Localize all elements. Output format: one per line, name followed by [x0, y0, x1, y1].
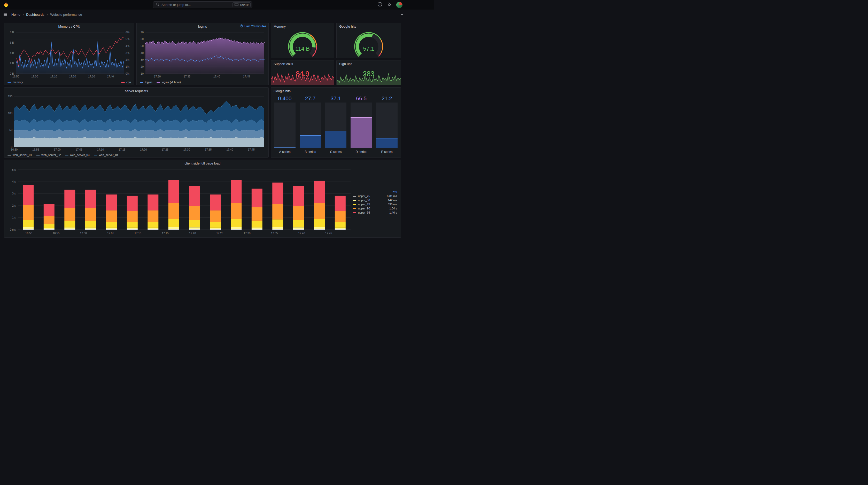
logins-svg: 1020304050607017:3017:3517:4017:45 [139, 30, 267, 79]
legend-item-upper_25[interactable]: upper_256.81 ms [352, 194, 397, 198]
svg-text:17:35: 17:35 [184, 75, 190, 78]
svg-text:0 B: 0 B [10, 72, 14, 75]
bar-gauge-track [350, 102, 372, 148]
svg-text:50: 50 [9, 128, 12, 131]
panel-title[interactable]: logins [198, 25, 207, 28]
time-range-label[interactable]: Last 20 minutes [240, 23, 266, 30]
svg-text:2%: 2% [126, 58, 129, 61]
svg-text:16:55: 16:55 [32, 148, 39, 151]
svg-text:4 s: 4 s [12, 180, 16, 183]
svg-text:17:10: 17:10 [51, 75, 57, 78]
chevron-up-icon[interactable] [400, 12, 404, 17]
breadcrumb-home[interactable]: Home [11, 13, 21, 17]
panel-sign-ups: Sign ups 283 [336, 60, 401, 85]
search-placeholder: Search or jump to... [161, 3, 230, 7]
grafana-logo-icon[interactable] [3, 2, 9, 8]
sign-ups-sparkline: 283 [337, 67, 401, 85]
legend-item-cpu[interactable]: cpu [121, 80, 131, 84]
svg-text:17:45: 17:45 [325, 232, 332, 235]
svg-text:17:35: 17:35 [205, 148, 212, 151]
top-nav: Search or jump to... cmd+k ? [0, 0, 434, 9]
page-load-legend: avgupper_256.81 msupper_50142 msupper_75… [352, 167, 399, 237]
panel-page-load: client side full page load 0 ms1 s2 s3 s… [4, 160, 401, 237]
user-avatar[interactable] [396, 2, 402, 8]
svg-text:17:15: 17:15 [119, 148, 125, 151]
panel-server-requests: server requests 05010015016:5016:5517:00… [4, 87, 269, 158]
server-requests-chart[interactable]: 05010015016:5016:5517:0017:0517:1017:151… [4, 94, 269, 153]
svg-text:0 ms: 0 ms [10, 228, 16, 231]
legend-item-upper_90[interactable]: upper_901.04 s [352, 207, 397, 210]
legend-swatch [94, 155, 97, 156]
bar-gauge-track [300, 102, 321, 148]
panel-title[interactable]: Memory / CPU [58, 25, 80, 28]
legend-item-logins (-1 hour)[interactable]: logins (-1 hour) [157, 80, 181, 84]
server-requests-svg: 05010015016:5016:5517:0017:0517:1017:151… [6, 94, 267, 152]
svg-text:5%: 5% [126, 37, 129, 40]
svg-text:17:05: 17:05 [76, 148, 83, 151]
svg-text:?: ? [379, 3, 380, 6]
svg-text:100: 100 [8, 111, 12, 115]
svg-text:17:30: 17:30 [183, 148, 190, 151]
svg-text:17:40: 17:40 [107, 75, 114, 78]
svg-text:16:50: 16:50 [11, 148, 18, 151]
legend-item-upper_50[interactable]: upper_50142 ms [352, 199, 397, 202]
svg-text:17:00: 17:00 [80, 232, 87, 235]
svg-text:10: 10 [141, 72, 144, 75]
panel-title[interactable]: Sign ups [339, 62, 352, 66]
bar-gauge-track [274, 102, 296, 148]
page-load-svg: 0 ms1 s2 s3 s4 s5 s16:5016:5517:0017:051… [6, 167, 352, 236]
panel-google-hits-gauge: Google hits 57.1 [336, 23, 401, 58]
panel-title[interactable]: Support calls [274, 62, 293, 66]
panel-memory-gauge: Memory 114 B [271, 23, 334, 58]
legend-swatch [352, 204, 356, 205]
svg-text:6%: 6% [126, 31, 129, 34]
svg-text:30: 30 [141, 58, 144, 61]
google-hits-gauge-svg: 57.1 [344, 30, 393, 58]
panel-logins: logins Last 20 minutes 1020304050607017:… [136, 23, 269, 85]
panel-title[interactable]: Memory [274, 25, 286, 28]
svg-text:40: 40 [141, 52, 144, 55]
logins-chart[interactable]: 1020304050607017:3017:3517:4017:45 [137, 30, 269, 80]
legend-item-web_server_01[interactable]: web_server_01 [7, 153, 32, 157]
keyboard-icon [235, 3, 239, 6]
google-hits-bar-gauges: 0.400A-series27.7B-series37.1C-series66.… [271, 94, 401, 157]
legend-item-upper_95[interactable]: upper_951.46 s [352, 211, 397, 214]
legend-item-upper_75[interactable]: upper_75535 ms [352, 203, 397, 206]
breadcrumb-bar: Home › Dashboards › Website performance [0, 9, 434, 20]
support-calls-sparkline: 84.9 [271, 67, 334, 85]
rss-news-icon[interactable] [387, 2, 392, 8]
memory-cpu-chart[interactable]: 0%1%2%3%4%5%6%0 B2 B4 B6 B8 B16:5017:001… [4, 30, 134, 80]
panel-title[interactable]: client side full page load [185, 161, 221, 165]
bar-gauge-track [325, 102, 347, 148]
legend-item-logins[interactable]: logins [140, 80, 152, 84]
svg-text:17:00: 17:00 [54, 148, 60, 151]
legend-item-web_server_04[interactable]: web_server_04 [94, 153, 118, 157]
panel-memory-cpu: Memory / CPU 0%1%2%3%4%5%6%0 B2 B4 B6 B8… [4, 23, 134, 85]
panel-support-calls: Support calls 84.9 [271, 60, 334, 85]
keyboard-shortcut: cmd+k [232, 2, 251, 7]
panel-title[interactable]: server requests [125, 89, 148, 93]
help-icon[interactable]: ? [377, 2, 382, 8]
bar-gauge-label: E-series [376, 148, 398, 156]
legend-item-web_server_03[interactable]: web_server_03 [65, 153, 89, 157]
legend-item-web_server_02[interactable]: web_server_02 [36, 153, 61, 157]
svg-text:0%: 0% [126, 72, 129, 75]
legend-swatch [7, 155, 11, 156]
breadcrumb-dashboards[interactable]: Dashboards [26, 13, 44, 17]
bar-gauge-D-series: 66.5D-series [350, 95, 373, 156]
menu-icon[interactable] [3, 12, 8, 17]
legend-swatch [36, 155, 40, 156]
legend-item-memory[interactable]: memory [7, 80, 23, 84]
bar-gauge-track [376, 102, 398, 148]
svg-text:17:15: 17:15 [162, 232, 168, 235]
legend-swatch [65, 155, 68, 156]
panel-title[interactable]: Google hits [339, 25, 356, 28]
search-input[interactable]: Search or jump to... cmd+k [153, 1, 252, 8]
breadcrumb: Home › Dashboards › Website performance [11, 12, 82, 17]
chevron-right-icon: › [44, 12, 50, 17]
svg-text:150: 150 [8, 95, 12, 98]
page-load-chart[interactable]: 0 ms1 s2 s3 s4 s5 s16:5016:5517:0017:051… [6, 167, 352, 237]
panel-title[interactable]: Google hits [274, 89, 291, 93]
memory-gauge-svg: 114 B [278, 30, 327, 58]
bar-gauge-A-series: 0.400A-series [274, 95, 296, 156]
